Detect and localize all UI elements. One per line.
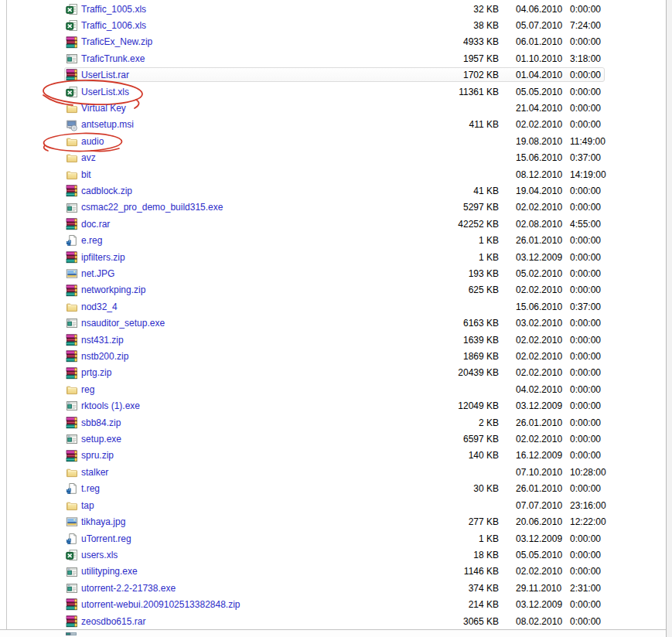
file-row[interactable]: audio 19.08.2010 11:49:00 xyxy=(0,133,667,149)
file-row[interactable]: rktools (1).exe 12049 KB 03.12.2009 0:00… xyxy=(0,398,667,414)
file-name[interactable]: TraficEx_New.zip xyxy=(81,36,152,47)
file-name[interactable]: ipfilters.zip xyxy=(81,252,125,263)
file-row[interactable]: Traffic_1005.xls 32 KB 04.06.2010 0:00:0… xyxy=(0,1,667,17)
excel-file-icon xyxy=(66,86,78,98)
msi-installer-icon xyxy=(66,119,78,131)
file-row[interactable]: sbb84.zip 2 KB 26.01.2010 0:00:00 xyxy=(0,414,667,431)
file-row[interactable]: stalker 07.10.2010 10:28:00 xyxy=(0,464,667,480)
file-date: 26.01.2010 xyxy=(516,235,562,246)
file-name[interactable]: audio xyxy=(81,136,104,147)
file-name[interactable]: Virtual Key xyxy=(81,103,126,114)
file-name[interactable]: tap xyxy=(81,500,94,511)
file-row[interactable]: nod32_4 15.06.2010 0:37:00 xyxy=(0,298,667,315)
file-name[interactable]: setup.exe xyxy=(81,434,121,445)
file-row[interactable]: TraficTrunk.exe 1957 KB 01.10.2010 3:18:… xyxy=(0,50,667,66)
file-size: 214 KB xyxy=(387,599,499,610)
file-row[interactable]: nstb200.zip 1869 KB 02.02.2010 0:00:00 xyxy=(0,349,667,365)
registry-file-icon xyxy=(66,482,78,495)
file-row[interactable]: nsauditor_setup.exe 6163 KB 03.02.2010 0… xyxy=(0,315,667,332)
file-date: 19.08.2010 xyxy=(516,136,562,147)
file-name[interactable]: reg xyxy=(81,384,94,395)
file-row[interactable]: Virtual Key 21.04.2010 0:00:00 xyxy=(0,100,667,116)
file-time: 0:00:00 xyxy=(570,87,601,97)
file-name[interactable]: sbb84.zip xyxy=(81,417,121,428)
application-icon xyxy=(66,53,78,65)
file-row[interactable]: utorrent-webui.2009102513382848.zip 214 … xyxy=(0,597,667,613)
file-row[interactable]: tikhaya.jpg 277 KB 20.06.2010 12:22:00 xyxy=(0,514,667,530)
file-name[interactable]: nsauditor_setup.exe xyxy=(81,318,165,329)
file-date: 21.04.2010 xyxy=(516,103,562,114)
file-row[interactable]: UserList.xls 11361 KB 05.05.2010 0:00:00 xyxy=(0,83,667,100)
file-name[interactable]: users.xls xyxy=(81,550,118,560)
file-name[interactable]: bit xyxy=(81,169,91,180)
file-row[interactable]: Traffic_1006.xls 38 KB 05.07.2010 7:24:0… xyxy=(0,17,667,33)
file-row[interactable]: uTorrent.reg 1 KB 03.12.2009 0:00:00 xyxy=(0,530,667,547)
file-row[interactable]: zeosdbo615.rar 3065 KB 08.02.2010 0:00:0… xyxy=(0,613,667,629)
file-date: 02.02.2010 xyxy=(516,351,562,362)
file-row[interactable]: net.JPG 193 KB 05.02.2010 0:00:00 xyxy=(0,266,667,282)
file-name[interactable]: doc.rar xyxy=(81,219,110,230)
file-row[interactable]: e.reg 1 KB 26.01.2010 0:00:00 xyxy=(0,233,667,249)
file-name[interactable]: tikhaya.jpg xyxy=(81,516,125,527)
file-name[interactable]: stalker xyxy=(81,467,108,478)
file-size: 5297 KB xyxy=(387,202,499,213)
file-name[interactable]: avz xyxy=(81,152,96,163)
file-row[interactable]: networkping.zip 625 KB 02.02.2010 0:00:0… xyxy=(0,282,667,298)
file-row[interactable]: setup.exe 6597 KB 02.02.2010 0:00:00 xyxy=(0,431,667,448)
scrollbar-gutter[interactable] xyxy=(667,0,672,637)
file-name[interactable]: net.JPG xyxy=(81,268,114,279)
file-row[interactable]: csmac22_pro_demo_build315.exe 5297 KB 02… xyxy=(0,199,667,216)
file-name[interactable]: zeosdbo615.rar xyxy=(81,616,145,627)
file-name[interactable]: e.reg xyxy=(81,235,102,246)
file-time: 0:00:00 xyxy=(570,119,601,130)
registry-file-icon xyxy=(66,533,78,545)
file-name[interactable]: utilityping.exe xyxy=(81,566,138,577)
file-time: 0:00:00 xyxy=(570,335,601,346)
file-row[interactable]: ipfilters.zip 1 KB 03.12.2009 0:00:00 xyxy=(0,249,667,265)
excel-file-icon xyxy=(66,549,78,561)
file-name[interactable]: nst431.zip xyxy=(81,335,124,346)
partial-row-sliver xyxy=(66,632,77,635)
file-name[interactable]: csmac22_pro_demo_build315.exe xyxy=(81,202,223,213)
file-row[interactable]: spru.zip 140 KB 16.12.2009 0:00:00 xyxy=(0,448,667,464)
file-name[interactable]: utorrent-webui.2009102513382848.zip xyxy=(81,599,240,610)
file-name[interactable]: nod32_4 xyxy=(81,301,118,312)
file-row[interactable]: utilityping.exe 1146 KB 02.02.2010 0:00:… xyxy=(0,564,667,580)
file-name[interactable]: uTorrent.reg xyxy=(81,533,131,544)
file-name[interactable]: prtg.zip xyxy=(81,367,111,378)
file-row[interactable]: users.xls 18 KB 05.05.2010 0:00:00 xyxy=(0,547,667,563)
file-row[interactable]: avz 15.06.2010 0:37:00 xyxy=(0,150,667,166)
file-name[interactable]: nstb200.zip xyxy=(81,351,128,362)
file-name[interactable]: UserList.xls xyxy=(81,87,129,97)
file-row[interactable]: reg 04.02.2010 0:00:00 xyxy=(0,381,667,397)
registry-file-icon xyxy=(66,234,78,247)
file-name[interactable]: antsetup.msi xyxy=(81,119,134,130)
file-name[interactable]: cadblock.zip xyxy=(81,186,132,196)
file-row[interactable]: nst431.zip 1639 KB 02.02.2010 0:00:00 xyxy=(0,332,667,348)
file-row[interactable]: bit 08.12.2010 14:19:00 xyxy=(0,166,667,182)
file-name[interactable]: utorrent-2.2-21738.exe xyxy=(81,583,176,594)
file-row[interactable]: t.reg 30 KB 26.01.2010 0:00:00 xyxy=(0,481,667,497)
file-row[interactable]: tap 07.07.2010 23:16:00 xyxy=(0,497,667,513)
file-row[interactable]: antsetup.msi 411 KB 02.02.2010 0:00:00 xyxy=(0,117,667,133)
file-row[interactable]: doc.rar 42252 KB 02.08.2010 4:55:00 xyxy=(0,216,667,232)
file-size: 18 KB xyxy=(387,550,499,560)
file-name[interactable]: rktools (1).exe xyxy=(81,400,140,411)
file-name[interactable]: t.reg xyxy=(81,483,100,494)
file-row[interactable]: utorrent-2.2-21738.exe 374 KB 29.11.2010… xyxy=(0,580,667,596)
file-row[interactable]: cadblock.zip 41 KB 19.04.2010 0:00:00 xyxy=(0,182,667,199)
pane-bottom-border xyxy=(0,629,666,630)
file-date: 04.02.2010 xyxy=(516,384,562,395)
file-row[interactable]: TraficEx_New.zip 4933 KB 06.01.2010 0:00… xyxy=(0,34,667,50)
file-size: 38 KB xyxy=(387,20,499,31)
file-name[interactable]: networkping.zip xyxy=(81,284,145,295)
file-name[interactable]: UserList.rar xyxy=(81,70,129,80)
file-name[interactable]: spru.zip xyxy=(81,450,114,461)
file-name[interactable]: Traffic_1006.xls xyxy=(81,20,146,31)
file-date: 04.06.2010 xyxy=(516,4,562,15)
file-name[interactable]: TraficTrunk.exe xyxy=(81,53,145,64)
file-row[interactable]: UserList.rar 1702 KB 01.04.2010 0:00:00 xyxy=(0,67,667,83)
file-date: 05.05.2010 xyxy=(516,550,562,560)
file-row[interactable]: prtg.zip 20439 KB 02.02.2010 0:00:00 xyxy=(0,365,667,381)
file-name[interactable]: Traffic_1005.xls xyxy=(81,4,146,15)
